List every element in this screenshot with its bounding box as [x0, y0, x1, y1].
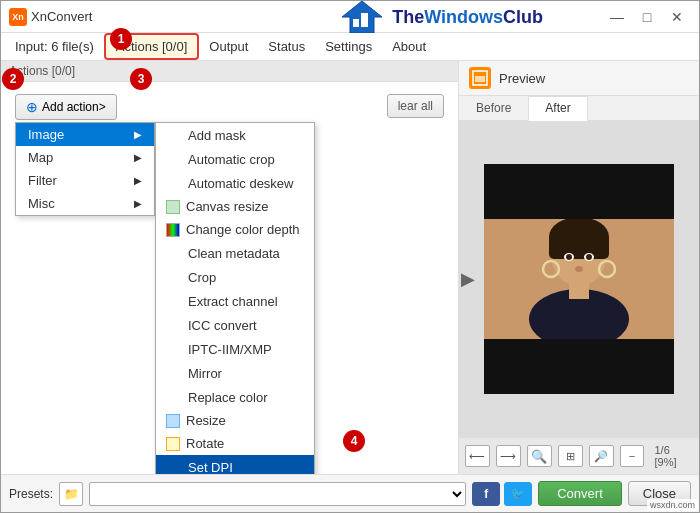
menu-filter[interactable]: Filter ▶ [16, 169, 154, 192]
menu-output[interactable]: Output [199, 35, 258, 58]
filter-label: Filter [28, 173, 57, 188]
menu-status[interactable]: Status [258, 35, 315, 58]
clear-all-button[interactable]: lear all [387, 94, 444, 118]
app-icon: Xn [9, 8, 31, 26]
presets-select[interactable] [89, 482, 466, 506]
add-action-label: Add action> [42, 100, 106, 114]
resize-icon [166, 414, 180, 428]
window-controls: — □ ✕ [603, 6, 691, 28]
spacer-icon5 [166, 269, 182, 285]
nav-back-button[interactable]: ⟵ [465, 445, 490, 467]
preview-tabs: Before After [459, 96, 699, 121]
preview-icon [469, 67, 491, 89]
nav-zoom-in-button[interactable]: 🔍 [527, 445, 552, 467]
item-add-mask[interactable]: Add mask [156, 123, 314, 147]
person-svg [484, 219, 674, 339]
svg-rect-4 [475, 76, 485, 82]
item-mirror[interactable]: Mirror [156, 361, 314, 385]
submenu-arrow-misc: ▶ [134, 198, 142, 209]
item-rotate[interactable]: Rotate [156, 432, 314, 455]
actions-label: Actions [0/0] [1, 61, 458, 82]
presets-label: Presets: [9, 487, 53, 501]
window-title: XnConvert [31, 9, 340, 24]
preview-prev-arrow[interactable]: ▶ [461, 268, 475, 290]
nav-fit-button[interactable]: ⊞ [558, 445, 583, 467]
svg-rect-2 [361, 13, 368, 27]
spacer-icon7 [166, 317, 182, 333]
add-icon: ⊕ [26, 99, 38, 115]
menu-map[interactable]: Map ▶ [16, 146, 154, 169]
spacer-icon9 [166, 365, 182, 381]
svg-rect-10 [569, 279, 589, 299]
preview-label: Preview [499, 71, 545, 86]
submenu-arrow-filter: ▶ [134, 175, 142, 186]
spacer-icon8 [166, 341, 182, 357]
bottom-bar: Presets: 📁 f 🐦 Convert Close [1, 474, 699, 512]
tab-after[interactable]: After [528, 96, 587, 121]
item-change-color-depth[interactable]: Change color depth [156, 218, 314, 241]
nav-zoom-out-small-button[interactable]: 🔎 [589, 445, 614, 467]
xnconvert-icon: Xn [9, 8, 27, 26]
spacer-icon11 [166, 459, 182, 474]
nav-zoom-out-button[interactable]: − [620, 445, 645, 467]
facebook-button[interactable]: f [472, 482, 500, 506]
tab-before[interactable]: Before [459, 96, 528, 120]
rotate-icon [166, 437, 180, 451]
item-resize[interactable]: Resize [156, 409, 314, 432]
menu-bar: Input: 6 file(s) Actions [0/0] Output St… [1, 33, 699, 61]
title-bar: Xn XnConvert TheWindowsClub — □ ✕ [1, 1, 699, 33]
social-icons: f 🐦 [472, 482, 532, 506]
menu-input[interactable]: Input: 6 file(s) [5, 35, 104, 58]
submenu-arrow-map: ▶ [134, 152, 142, 163]
submenu-arrow: ▶ [134, 129, 142, 140]
nav-info: 1/6 [9%] [654, 444, 693, 468]
canvas-resize-icon [166, 200, 180, 214]
main-window: Xn XnConvert TheWindowsClub — □ ✕ Input:… [0, 0, 700, 513]
twitter-button[interactable]: 🐦 [504, 482, 532, 506]
spacer-icon3 [166, 175, 182, 191]
add-action-button[interactable]: ⊕ Add action> [15, 94, 117, 120]
spacer-icon2 [166, 151, 182, 167]
menu-about[interactable]: About [382, 35, 436, 58]
spacer-icon6 [166, 293, 182, 309]
map-label: Map [28, 150, 53, 165]
item-clean-metadata[interactable]: Clean metadata [156, 241, 314, 265]
item-extract-channel[interactable]: Extract channel [156, 289, 314, 313]
badge-2: 2 [2, 68, 24, 90]
image-label: Image [28, 127, 64, 142]
right-panel: Preview Before After ▶ [459, 61, 699, 474]
presets-icon-btn[interactable]: 📁 [59, 482, 83, 506]
item-automatic-deskew[interactable]: Automatic deskew [156, 171, 314, 195]
item-set-dpi[interactable]: Set DPI [156, 455, 314, 474]
menu-image[interactable]: Image ▶ [16, 123, 154, 146]
svg-point-17 [575, 266, 583, 272]
logo-icon [340, 0, 384, 35]
preview-nav: ⟵ ⟶ 🔍 ⊞ 🔎 − 1/6 [9%] [459, 437, 699, 474]
misc-label: Misc [28, 196, 55, 211]
item-iptc-xmp[interactable]: IPTC-IIM/XMP [156, 337, 314, 361]
menu-misc[interactable]: Misc ▶ [16, 192, 154, 215]
convert-button[interactable]: Convert [538, 481, 622, 506]
item-automatic-crop[interactable]: Automatic crop [156, 147, 314, 171]
logo-area: TheWindowsClub [340, 0, 543, 35]
item-icc-convert[interactable]: ICC convert [156, 313, 314, 337]
menu-settings[interactable]: Settings [315, 35, 382, 58]
preview-header: Preview [459, 61, 699, 96]
badge-4: 4 [343, 430, 365, 452]
spacer-icon4 [166, 245, 182, 261]
svg-rect-8 [549, 234, 609, 259]
item-replace-color[interactable]: Replace color [156, 385, 314, 409]
spacer-icon10 [166, 389, 182, 405]
preview-photo [484, 219, 674, 339]
item-crop[interactable]: Crop [156, 265, 314, 289]
maximize-button[interactable]: □ [633, 6, 661, 28]
minimize-button[interactable]: — [603, 6, 631, 28]
badge-3: 3 [130, 68, 152, 90]
main-content: Actions [0/0] ⊕ Add action> lear all Ima… [1, 61, 699, 474]
svg-rect-1 [353, 19, 359, 27]
nav-forward-button[interactable]: ⟶ [496, 445, 521, 467]
logo-text: TheWindowsClub [392, 8, 543, 26]
close-window-button[interactable]: ✕ [663, 6, 691, 28]
item-canvas-resize[interactable]: Canvas resize [156, 195, 314, 218]
menu-level2: Add mask Automatic crop Automatic deskew… [155, 122, 315, 474]
